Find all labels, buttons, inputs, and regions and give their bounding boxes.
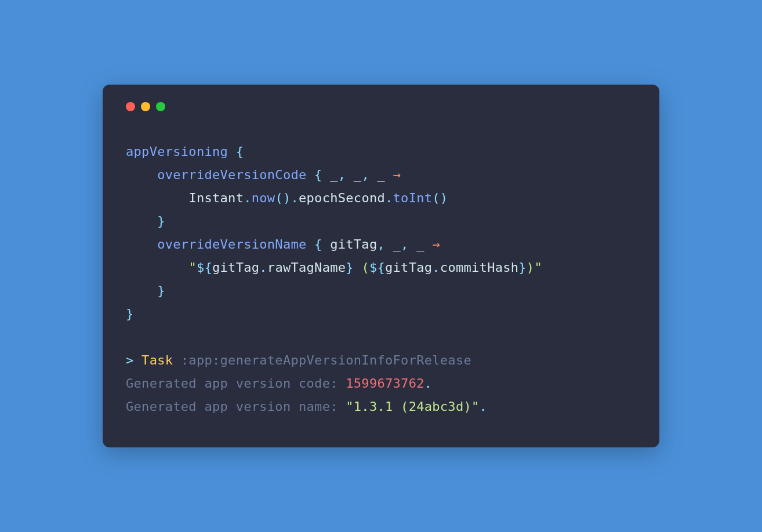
code-line-1: appVersioning {: [126, 144, 244, 159]
code-line-7: }: [126, 283, 165, 298]
code-line-3: Instant.now().epochSecond.toInt(): [126, 191, 448, 205]
output-line-1: > Task :app:generateAppVersionInfoForRel…: [126, 353, 471, 367]
close-button[interactable]: [126, 102, 135, 111]
output-line-2: Generated app version code: 1599673762.: [126, 376, 432, 391]
output-line-3: Generated app version name: "1.3.1 (24ab…: [126, 399, 487, 414]
window-controls: [126, 102, 636, 111]
fn-overrideversionname: overrideVersionName: [157, 237, 306, 252]
code-block: appVersioning { overrideVersionCode { _,…: [126, 140, 636, 326]
code-line-6: "${gitTag.rawTagName} (${gitTag.commitHa…: [126, 260, 542, 275]
task-name: :app:generateAppVersionInfoForRelease: [173, 353, 471, 367]
code-line-2: overrideVersionCode { _, _, _ →: [126, 167, 401, 182]
prompt-icon: >: [126, 353, 141, 367]
terminal-window: appVersioning { overrideVersionCode { _,…: [103, 85, 659, 447]
version-name-value: "1.3.1 (24abc3d)": [346, 399, 479, 414]
version-code-value: 1599673762: [346, 376, 424, 391]
maximize-button[interactable]: [156, 102, 165, 111]
fn-appversioning: appVersioning: [126, 144, 228, 159]
fn-overrideversioncode: overrideVersionCode: [157, 167, 306, 182]
code-line-4: }: [126, 214, 165, 228]
arrow-icon: →: [432, 237, 440, 252]
output-block: > Task :app:generateAppVersionInfoForRel…: [126, 349, 636, 418]
code-line-8: }: [126, 307, 134, 321]
code-line-5: overrideVersionName { gitTag, _, _ →: [126, 237, 440, 252]
minimize-button[interactable]: [141, 102, 150, 111]
arrow-icon: →: [393, 167, 401, 182]
